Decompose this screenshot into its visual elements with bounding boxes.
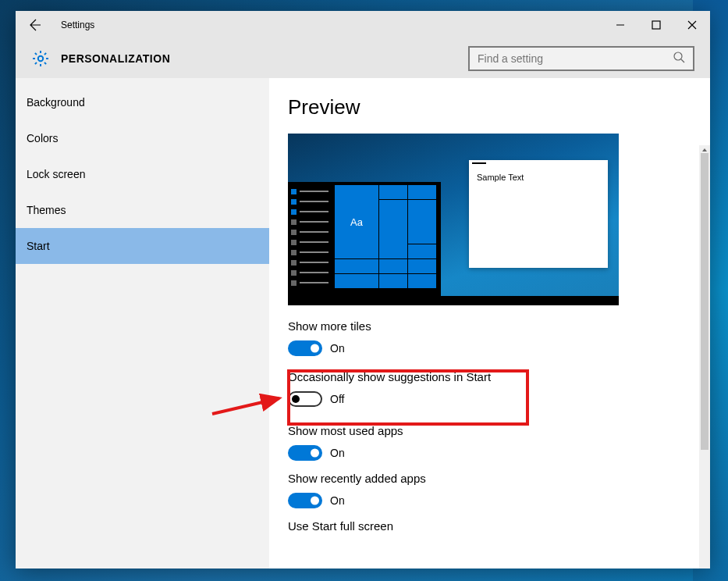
settings-window: Settings PERSONALIZATION Background Colo… [16,11,710,569]
category-title: PERSONALIZATION [61,52,170,65]
preview-sample-window: Sample Text [469,160,608,268]
sidebar-item-background[interactable]: Background [16,84,269,120]
sample-text: Sample Text [469,166,608,188]
gear-icon [31,49,50,68]
svg-line-4 [681,59,684,62]
sidebar-item-label: Themes [27,204,66,216]
annotation-highlight-box [287,369,529,426]
svg-rect-1 [652,21,660,29]
titlebar: Settings [16,11,710,39]
search-box[interactable] [468,46,694,71]
header: PERSONALIZATION [16,39,710,78]
toggle-value: On [330,342,345,355]
setting-most-used-apps: Show most used apps On [288,424,710,461]
sidebar-item-lock-screen[interactable]: Lock screen [16,156,269,192]
setting-show-more-tiles: Show more tiles On [288,319,710,356]
scrollbar-thumb[interactable] [701,153,708,450]
setting-label: Show recently added apps [288,472,710,485]
preview-pane: Aa Sample Text [288,134,619,305]
search-icon [673,51,685,66]
sidebar-item-label: Background [27,96,85,109]
setting-recently-added-apps: Show recently added apps On [288,472,710,508]
sidebar-item-colors[interactable]: Colors [16,120,269,156]
preview-tile-aa: Aa [335,185,378,258]
sidebar: Background Colors Lock screen Themes Sta… [16,78,269,569]
window-title: Settings [61,20,94,30]
maximize-button[interactable] [638,11,674,39]
preview-start-menu: Aa [288,182,441,305]
toggle-value: On [330,447,345,459]
setting-start-full-screen: Use Start full screen [288,519,710,533]
sidebar-item-label: Colors [27,132,58,144]
close-button[interactable] [674,11,710,39]
page-heading: Preview [288,95,710,119]
svg-line-5 [212,398,279,414]
setting-label: Show most used apps [288,424,710,437]
toggle-recently-added-apps[interactable] [288,493,322,508]
back-button[interactable] [25,16,44,34]
setting-label: Show more tiles [288,319,710,333]
scrollbar[interactable] [699,145,710,569]
toggle-most-used-apps[interactable] [288,445,322,461]
annotation-arrow [209,390,286,419]
search-input[interactable] [478,52,665,65]
minimize-button[interactable] [602,11,638,39]
sidebar-item-label: Start [27,240,50,252]
toggle-show-more-tiles[interactable] [288,340,322,356]
sidebar-item-themes[interactable]: Themes [16,192,269,228]
content-area: Preview [269,78,710,569]
svg-point-2 [38,56,43,61]
toggle-value: On [330,494,345,507]
sidebar-item-start[interactable]: Start [16,228,269,264]
svg-point-3 [674,52,682,60]
setting-label: Use Start full screen [288,519,710,533]
sidebar-item-label: Lock screen [27,168,85,180]
